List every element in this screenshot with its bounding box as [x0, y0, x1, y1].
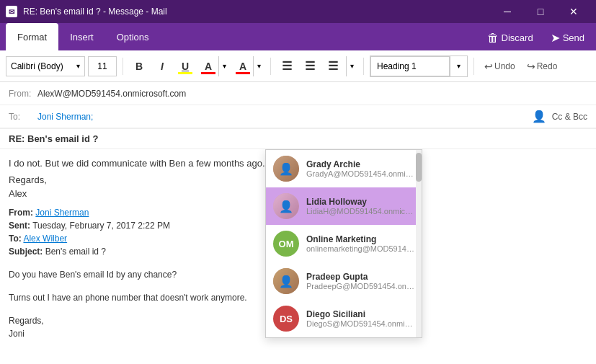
font-color-dropdown[interactable]: ▾ [253, 56, 264, 76]
from-field: From: AlexW@MOD591454.onmicrosoft.com [0, 82, 596, 105]
quoted-sent-value: Tuesday, February 7, 2017 2:22 PM [32, 221, 170, 231]
tab-options[interactable]: Options [105, 23, 161, 50]
undo-redo-group: ↩ Undo ↪ Redo [480, 59, 561, 74]
heading-value: Heading 1 [377, 61, 417, 71]
quoted-sent-label: Sent: [9, 221, 30, 231]
email-header: From: AlexW@MOD591454.onmicrosoft.com To… [0, 82, 596, 129]
avatar-photo-grady: 👤 [273, 156, 299, 182]
contact-info-grady: Grady Archie GradyA@MOD591454.onmicrosof… [306, 159, 414, 178]
discard-icon: 🗑 [487, 32, 499, 45]
title-bar-left: ✉ RE: Ben's email id ? - Message - Mail [6, 6, 167, 17]
font-size-selector[interactable]: 11 [88, 56, 117, 76]
font-color-button[interactable]: A [233, 56, 253, 76]
separator-2 [270, 58, 271, 75]
heading-selector[interactable]: Heading 1 [370, 56, 450, 76]
minimize-button[interactable]: ─ [491, 0, 524, 23]
to-field: To: Joni Sherman; 👤 Cc & Bcc [0, 105, 596, 128]
contact-email-om: onlinemarketing@MOD591454.onmicroso... [306, 244, 414, 253]
email-body[interactable]: I do not. But we did communicate with Be… [0, 149, 596, 362]
contact-item-pradeep[interactable]: 👤 Pradeep Gupta PradeepG@MOD591454.onmic… [266, 262, 422, 300]
contact-info-om: Online Marketing onlinemarketing@MOD5914… [306, 234, 414, 253]
from-label: From: [9, 89, 37, 99]
add-person-icon[interactable]: 👤 [532, 110, 546, 123]
font-name-selector[interactable]: Calibri (Body) ▾ [6, 56, 85, 76]
quoted-to-link[interactable]: Alex Wilber [23, 234, 67, 244]
highlight-dropdown[interactable]: ▾ [218, 56, 230, 76]
redo-label: Redo [537, 61, 558, 71]
contact-info-pradeep: Pradeep Gupta PradeepG@MOD591454.onmicro… [306, 272, 414, 290]
contact-avatar-om: OM [273, 231, 299, 257]
maximize-button[interactable]: □ [524, 0, 557, 23]
highlight-button[interactable]: A [198, 56, 218, 76]
autocomplete-list: 👤 Grady Archie GradyA@MOD591454.onmicros… [266, 150, 422, 337]
to-field-actions: 👤 Cc & Bcc [532, 110, 587, 123]
numbered-list-button[interactable]: ☰ [300, 56, 320, 76]
quoted-from-label: From: [9, 208, 33, 218]
cc-bcc-button[interactable]: Cc & Bcc [552, 112, 587, 122]
bold-button[interactable]: B [129, 56, 149, 76]
undo-button[interactable]: ↩ Undo [480, 59, 520, 74]
send-label: Send [563, 32, 584, 43]
font-color-label: A [239, 61, 246, 72]
separator-4 [473, 58, 474, 75]
highlight-group: A ▾ [198, 56, 230, 76]
redo-button[interactable]: ↪ Redo [522, 59, 562, 74]
scrollbar-thumb [416, 153, 422, 182]
redo-icon: ↪ [527, 61, 535, 72]
align-dropdown[interactable]: ▾ [346, 56, 357, 76]
tab-insert[interactable]: Insert [58, 23, 105, 50]
contact-avatar-pradeep: 👤 [273, 268, 299, 294]
contact-email-lidia: LidiaH@MOD591454.onmicrosoft.com [306, 207, 414, 216]
to-label: To: [9, 112, 37, 122]
separator-1 [123, 58, 123, 75]
font-name-dropdown-icon: ▾ [76, 62, 80, 70]
contact-email-pradeep: PradeepG@MOD591454.onmicrosoft.com [306, 282, 414, 290]
send-button[interactable]: ➤ Send [545, 28, 590, 48]
from-value: AlexW@MOD591454.onmicrosoft.com [37, 89, 587, 99]
contact-email-grady: GradyA@MOD591454.onmicrosoft.com [306, 169, 414, 178]
contact-item-grady[interactable]: 👤 Grady Archie GradyA@MOD591454.onmicros… [266, 150, 422, 187]
to-value[interactable]: Joni Sherman; [37, 112, 532, 122]
bullet-list-button[interactable]: ☰ [277, 56, 297, 76]
contact-name-pradeep: Pradeep Gupta [306, 272, 414, 282]
contact-item-lidia[interactable]: 👤 Lidia Holloway LidiaH@MOD591454.onmicr… [266, 187, 422, 225]
contact-item-online-marketing[interactable]: OM Online Marketing onlinemarketing@MOD5… [266, 225, 422, 262]
contact-avatar-lidia: 👤 [273, 193, 299, 219]
title-bar: ✉ RE: Ben's email id ? - Message - Mail … [0, 0, 596, 23]
heading-selector-group: Heading 1 ▾ [370, 56, 468, 77]
undo-label: Undo [494, 61, 515, 71]
ribbon-tabs: Format Insert Options 🗑 Discard ➤ Send [0, 23, 596, 50]
close-button[interactable]: ✕ [557, 0, 590, 23]
contact-autocomplete: 👤 Grady Archie GradyA@MOD591454.onmicros… [265, 149, 422, 338]
app-icon: ✉ [6, 6, 17, 17]
window-title: RE: Ben's email id ? - Message - Mail [23, 6, 167, 17]
avatar-initials-om: OM [279, 239, 294, 249]
contact-avatar-diego: DS [273, 306, 299, 332]
tab-format[interactable]: Format [6, 23, 58, 50]
email-subject: RE: Ben's email id ? [0, 129, 596, 149]
avatar-initials-diego: DS [280, 314, 293, 324]
italic-button[interactable]: I [152, 56, 172, 76]
separator-3 [363, 58, 364, 75]
underline-label: U [182, 61, 189, 72]
quoted-subject-label: Subject: [9, 247, 43, 257]
font-name-value: Calibri (Body) [11, 61, 63, 71]
heading-dropdown[interactable]: ▾ [450, 56, 467, 76]
align-button[interactable]: ☰ [323, 56, 343, 76]
quoted-subject-value: Ben's email id ? [45, 247, 106, 257]
quoted-to-label: To: [9, 234, 22, 244]
contact-info-lidia: Lidia Holloway LidiaH@MOD591454.onmicros… [306, 197, 414, 216]
underline-button[interactable]: U [175, 56, 195, 76]
window-controls: ─ □ ✕ [491, 0, 590, 23]
discard-label: Discard [502, 32, 533, 43]
autocomplete-scrollbar[interactable] [416, 150, 422, 337]
contact-email-diego: DiegoS@MOD591454.onmicrosoft.com [306, 319, 414, 328]
quoted-from-link[interactable]: Joni Sherman [35, 208, 89, 218]
ribbon-actions: 🗑 Discard ➤ Send [481, 28, 590, 50]
contact-item-diego[interactable]: DS Diego Siciliani DiegoS@MOD591454.onmi… [266, 300, 422, 337]
undo-icon: ↩ [484, 61, 493, 72]
font-color-group: A ▾ [233, 56, 264, 76]
discard-button[interactable]: 🗑 Discard [481, 29, 539, 48]
send-icon: ➤ [551, 31, 560, 45]
avatar-photo-pradeep: 👤 [273, 268, 299, 294]
